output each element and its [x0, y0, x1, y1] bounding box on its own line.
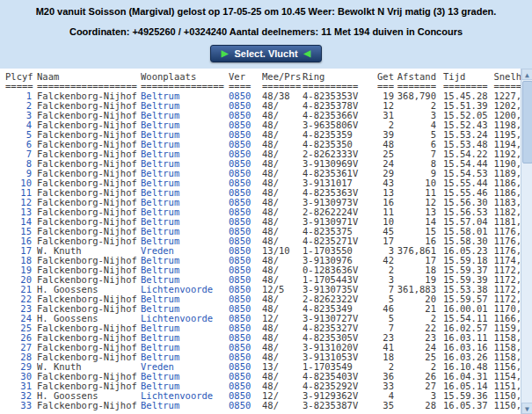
- cell-plcyf: 23: [5, 304, 37, 314]
- table-row: 4Falckenborg-NijhofBeltrum085048/3-96358…: [5, 120, 521, 130]
- cell-afstand: 21: [394, 304, 436, 314]
- cell-ring: 1-1703549: [302, 362, 369, 372]
- table-row: 11Falckenborg-NijhofBeltrum085048/4-8235…: [5, 188, 521, 198]
- cell-get: 3: [369, 275, 394, 285]
- cell-ver: 0850: [229, 207, 262, 217]
- select-vlucht-label: Select. Vlucht: [234, 48, 297, 59]
- table-row: 10Falckenborg-NijhofBeltrum085048/3-9131…: [5, 178, 521, 188]
- cell-plcyf: 19: [5, 265, 37, 275]
- cell-get: 18: [369, 352, 394, 362]
- cell-tijd: 15.59.36: [436, 391, 489, 401]
- cell-snelheid: 1159,843: [489, 323, 521, 333]
- cell-tijd: 16.03.16: [436, 343, 489, 352]
- cell-plcyf: 17: [5, 246, 37, 256]
- header-row: Plcyf Naam Woonplaats Ver Mee/Prs Ring G…: [5, 72, 521, 82]
- cell-afstand: 376,861: [394, 246, 436, 256]
- scroll-down-icon[interactable]: ▼: [521, 403, 532, 414]
- cell-ring: 2-8262322V: [302, 294, 369, 304]
- cell-ring: 4-8235366V: [302, 111, 369, 120]
- cell-tijd: 15.59.37: [436, 265, 489, 275]
- cell-snelheid: 1176,681: [489, 227, 521, 236]
- cell-tijd: 15.52.43: [436, 120, 489, 130]
- cell-mee-prs: 13/: [262, 362, 302, 372]
- cell-snelheid: 1192,021: [489, 149, 521, 159]
- select-vlucht-button[interactable]: ▶ Select. Vlucht ◀: [210, 45, 323, 62]
- cell-get: 7: [369, 285, 394, 294]
- cell-afstand: 27: [394, 381, 436, 391]
- cell-get: 48: [369, 140, 394, 149]
- cell-ring: 4-8235292V: [302, 381, 369, 391]
- cell-get: 5: [369, 294, 394, 304]
- cell-ring: 3-9130735V: [302, 285, 369, 294]
- cell-snelheid: 1182,403: [489, 207, 521, 217]
- cell-woonplaats: Vreden: [141, 362, 229, 372]
- cell-naam: W. Knuth: [37, 246, 141, 256]
- cell-ver: 0850: [229, 130, 262, 140]
- cell-ring: 4-8235403V: [302, 372, 369, 381]
- cell-afstand: 23: [394, 333, 436, 343]
- cell-ver: 0850: [229, 323, 262, 333]
- cell-ring: 1-1705443V: [302, 275, 369, 285]
- cell-ring: 4-8235271V: [302, 236, 369, 246]
- cell-ver: 0850: [229, 391, 262, 401]
- cell-afstand: 18: [394, 265, 436, 275]
- cell-tijd: 15.59.57: [436, 294, 489, 304]
- cell-woonplaats: Beltrum: [141, 140, 229, 149]
- vertical-scrollbar[interactable]: ▲ ▼: [521, 69, 532, 414]
- cell-snelheid: 1174,246: [489, 256, 521, 265]
- cell-woonplaats: Beltrum: [141, 352, 229, 362]
- cell-get: 23: [369, 333, 394, 343]
- cell-naam: Falckenborg-Nijhof: [37, 207, 141, 217]
- separator: =======: [394, 82, 436, 91]
- cell-plcyf: 4: [5, 120, 37, 130]
- cell-mee-prs: 48/: [262, 140, 302, 149]
- cell-mee-prs: 13/10: [262, 246, 302, 256]
- table-row: 12Falckenborg-NijhofBeltrum085048/3-9130…: [5, 198, 521, 207]
- cell-plcyf: 15: [5, 227, 37, 236]
- table-row: 8Falckenborg-NijhofBeltrum085048/3-91309…: [5, 159, 521, 169]
- table-row: 31Falckenborg-NijhofBeltrum085048/4-8235…: [5, 381, 521, 391]
- scroll-up-icon[interactable]: ▲: [521, 69, 532, 80]
- cell-mee-prs: 48/38: [262, 91, 302, 101]
- cell-afstand: 25: [394, 352, 436, 362]
- cell-ring: 4-8235375: [302, 227, 369, 236]
- cell-tijd: 16.04.31: [436, 372, 489, 381]
- cell-afstand: 361,883: [394, 285, 436, 294]
- cell-afstand: 11: [394, 188, 436, 198]
- separator-row: ===== ================== ===============…: [5, 82, 521, 91]
- cell-get: 2: [369, 265, 394, 275]
- cell-naam: Falckenborg-Nijhof: [37, 159, 141, 169]
- cell-ring: 3-9131017: [302, 178, 369, 188]
- cell-mee-prs: 48/: [262, 275, 302, 285]
- cell-ring: 3-9131053V: [302, 352, 369, 362]
- cell-ver: 0850: [229, 304, 262, 314]
- cell-ring: 4-8235350: [302, 140, 369, 149]
- scrollbar-thumb[interactable]: [522, 81, 532, 163]
- cell-afstand: 28: [394, 401, 436, 410]
- cell-afstand: 8: [394, 159, 436, 169]
- cell-get: 4: [369, 391, 394, 401]
- cell-ver: 0850: [229, 362, 262, 372]
- separator: ==================: [37, 82, 141, 91]
- cell-afstand: 13: [394, 207, 436, 217]
- cell-naam: Falckenborg-Nijhof: [37, 130, 141, 140]
- col-header-ring: Ring: [302, 72, 369, 82]
- cell-woonplaats: Beltrum: [141, 178, 229, 188]
- cell-mee-prs: 48/: [262, 101, 302, 111]
- cell-tijd: 15.53.38: [436, 285, 489, 294]
- cell-tijd: 16.05.37: [436, 401, 489, 410]
- cell-snelheid: 1198,413: [489, 120, 521, 130]
- table-row: 5Falckenborg-NijhofBeltrum085048/4-82353…: [5, 130, 521, 140]
- cell-get: 10: [369, 217, 394, 227]
- cell-tijd: 16.02.57: [436, 323, 489, 333]
- cell-ver: 0850: [229, 372, 262, 381]
- cell-ring: 0-1283636V: [302, 265, 369, 275]
- cell-ver: 0850: [229, 169, 262, 178]
- cell-woonplaats: Beltrum: [141, 101, 229, 111]
- cell-ring: 4-8235378V: [302, 101, 369, 111]
- results-table: Plcyf Naam Woonplaats Ver Mee/Prs Ring G…: [5, 72, 521, 410]
- cell-naam: Falckenborg-Nijhof: [37, 275, 141, 285]
- cell-plcyf: 22: [5, 294, 37, 304]
- table-row: 16Falckenborg-NijhofBeltrum085048/4-8235…: [5, 236, 521, 246]
- cell-ver: 0850: [229, 285, 262, 294]
